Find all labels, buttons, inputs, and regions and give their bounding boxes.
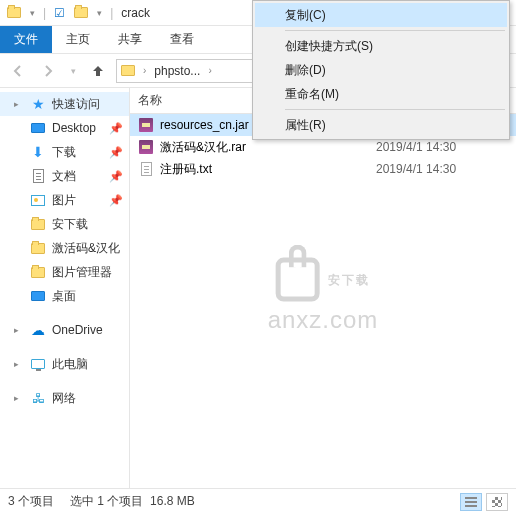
history-dropdown-icon[interactable]: ▾ xyxy=(66,59,80,83)
context-menu: 复制(C) 创建快捷方式(S) 删除(D) 重命名(M) 属性(R) xyxy=(252,0,510,140)
separator: | xyxy=(110,6,113,20)
tab-view[interactable]: 查看 xyxy=(156,26,208,53)
sidebar-item-desktop[interactable]: Desktop 📌 xyxy=(0,116,129,140)
pc-icon xyxy=(30,356,46,372)
back-button[interactable] xyxy=(6,59,30,83)
sidebar-item-label: 网络 xyxy=(52,390,76,407)
folder-icon xyxy=(6,5,22,21)
separator: | xyxy=(43,6,46,20)
downloads-icon: ⬇ xyxy=(30,144,46,160)
sidebar-item-label: 安下载 xyxy=(52,216,88,233)
sidebar-item-folder[interactable]: 激活码&汉化 xyxy=(0,236,129,260)
pin-icon: 📌 xyxy=(109,194,123,207)
main-area: ▸ ★ 快速访问 Desktop 📌 ⬇ 下载 📌 文档 📌 图片 📌 安下载 xyxy=(0,88,516,488)
pin-icon: 📌 xyxy=(109,146,123,159)
context-rename[interactable]: 重命名(M) xyxy=(255,82,507,106)
folder-icon xyxy=(30,264,46,280)
window-title: crack xyxy=(121,6,150,20)
text-file-icon xyxy=(138,161,154,177)
dropdown-icon[interactable]: ▾ xyxy=(30,8,35,18)
watermark: 安下载 anxz.com xyxy=(268,258,379,334)
tab-file[interactable]: 文件 xyxy=(0,26,52,53)
sidebar-item-folder[interactable]: 图片管理器 xyxy=(0,260,129,284)
archive-icon xyxy=(138,117,154,133)
sidebar-item-folder[interactable]: 安下载 xyxy=(0,212,129,236)
file-name: resources_cn.jar xyxy=(160,118,249,132)
sidebar-item-label: 图片 xyxy=(52,192,76,209)
star-icon: ★ xyxy=(30,96,46,112)
folder-icon xyxy=(73,5,89,21)
context-create-shortcut[interactable]: 创建快捷方式(S) xyxy=(255,34,507,58)
archive-icon xyxy=(138,139,154,155)
documents-icon xyxy=(30,168,46,184)
context-properties[interactable]: 属性(R) xyxy=(255,113,507,137)
sidebar-item-label: OneDrive xyxy=(52,323,103,337)
dropdown-icon[interactable]: ▾ xyxy=(97,8,102,18)
onedrive-icon: ☁ xyxy=(30,322,46,338)
sidebar-item-label: 下载 xyxy=(52,144,76,161)
sidebar-item-label: 快速访问 xyxy=(52,96,100,113)
expand-icon[interactable]: ▸ xyxy=(14,359,24,369)
pictures-icon xyxy=(30,192,46,208)
status-selected: 选中 1 个项目 16.8 MB xyxy=(70,493,195,510)
sidebar-quick-access[interactable]: ▸ ★ 快速访问 xyxy=(0,92,129,116)
desktop-icon xyxy=(30,120,46,136)
tab-home[interactable]: 主页 xyxy=(52,26,104,53)
sidebar-item-label: 文档 xyxy=(52,168,76,185)
folder-icon xyxy=(30,216,46,232)
context-delete[interactable]: 删除(D) xyxy=(255,58,507,82)
context-copy[interactable]: 复制(C) xyxy=(255,3,507,27)
sidebar-item-label: 激活码&汉化 xyxy=(52,240,120,257)
folder-icon xyxy=(30,240,46,256)
chevron-right-icon[interactable]: › xyxy=(206,65,213,76)
sidebar-item-documents[interactable]: 文档 📌 xyxy=(0,164,129,188)
tab-share[interactable]: 共享 xyxy=(104,26,156,53)
file-row[interactable]: 注册码.txt 2019/4/1 14:30 xyxy=(130,158,516,180)
expand-icon[interactable]: ▸ xyxy=(14,325,24,335)
pin-icon: 📌 xyxy=(109,170,123,183)
desktop-icon xyxy=(30,288,46,304)
up-button[interactable] xyxy=(86,59,110,83)
sidebar-item-label: Desktop xyxy=(52,121,96,135)
menu-separator xyxy=(285,30,505,31)
folder-icon xyxy=(121,65,135,76)
file-date: 2019/4/1 14:30 xyxy=(376,162,516,176)
forward-button[interactable] xyxy=(36,59,60,83)
sidebar-item-label: 图片管理器 xyxy=(52,264,112,281)
check-icon[interactable]: ☑ xyxy=(54,6,65,20)
network-icon: 🖧 xyxy=(30,390,46,406)
view-details-button[interactable] xyxy=(460,493,482,511)
sidebar-network[interactable]: ▸ 🖧 网络 xyxy=(0,386,129,410)
watermark-url: anxz.com xyxy=(268,306,379,334)
sidebar-item-pictures[interactable]: 图片 📌 xyxy=(0,188,129,212)
sidebar: ▸ ★ 快速访问 Desktop 📌 ⬇ 下载 📌 文档 📌 图片 📌 安下载 xyxy=(0,88,130,488)
sidebar-this-pc[interactable]: ▸ 此电脑 xyxy=(0,352,129,376)
view-icons-button[interactable] xyxy=(486,493,508,511)
file-list-area: 名称 resources_cn.jar 2017/7/21 20:16 激活码&… xyxy=(130,88,516,488)
chevron-right-icon[interactable]: › xyxy=(141,65,148,76)
pin-icon: 📌 xyxy=(109,122,123,135)
watermark-text: 安下载 xyxy=(328,271,370,288)
file-name: 激活码&汉化.rar xyxy=(160,139,246,156)
status-bar: 3 个项目 选中 1 个项目 16.8 MB xyxy=(0,488,516,514)
menu-separator xyxy=(285,109,505,110)
status-item-count: 3 个项目 xyxy=(8,493,54,510)
sidebar-item-folder[interactable]: 桌面 xyxy=(0,284,129,308)
breadcrumb[interactable]: phpsto... xyxy=(152,64,202,78)
sidebar-item-downloads[interactable]: ⬇ 下载 📌 xyxy=(0,140,129,164)
sidebar-item-label: 此电脑 xyxy=(52,356,88,373)
lock-icon xyxy=(276,258,320,302)
sidebar-item-label: 桌面 xyxy=(52,288,76,305)
sidebar-onedrive[interactable]: ▸ ☁ OneDrive xyxy=(0,318,129,342)
expand-icon[interactable]: ▸ xyxy=(14,99,24,109)
expand-icon[interactable]: ▸ xyxy=(14,393,24,403)
file-date: 2019/4/1 14:30 xyxy=(376,140,516,154)
file-name: 注册码.txt xyxy=(160,161,212,178)
